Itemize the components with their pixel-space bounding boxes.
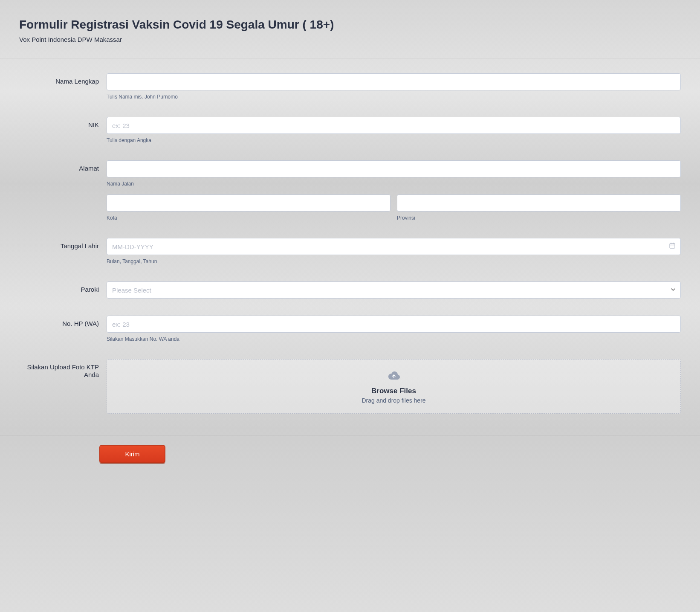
upload-browse-text: Browse Files: [116, 387, 671, 395]
file-upload-area[interactable]: Browse Files Drag and drop files here: [107, 359, 681, 414]
submit-button[interactable]: Kirim: [99, 445, 165, 463]
form-title: Formulir Registrasi Vaksin Covid 19 Sega…: [19, 17, 681, 32]
form-subtitle: Vox Point Indonesia DPW Makassar: [19, 36, 681, 43]
field-row-address: Alamat Nama Jalan Kota Provinsi: [19, 160, 681, 221]
input-phone[interactable]: [107, 316, 681, 333]
field-row-nik: NIK Tulis dengan Angka: [19, 117, 681, 143]
input-nik[interactable]: [107, 117, 681, 134]
cloud-upload-icon: [388, 369, 400, 382]
hint-nik: Tulis dengan Angka: [107, 137, 681, 143]
input-birthdate[interactable]: [107, 238, 681, 255]
label-upload: Silakan Upload Foto KTP Anda: [27, 363, 99, 378]
hint-street: Nama Jalan: [107, 181, 681, 187]
hint-city: Kota: [107, 215, 390, 221]
form-body: Nama Lengkap Tulis Nama mis. John Purnom…: [0, 58, 700, 435]
upload-dnd-text: Drag and drop files here: [116, 397, 671, 404]
label-fullname: Nama Lengkap: [55, 78, 99, 85]
label-birthdate: Tanggal Lahir: [61, 242, 99, 249]
label-nik: NIK: [88, 121, 99, 128]
label-address: Alamat: [79, 165, 99, 172]
field-row-upload: Silakan Upload Foto KTP Anda Browse File…: [19, 359, 681, 414]
label-phone: No. HP (WA): [62, 320, 99, 327]
input-fullname[interactable]: [107, 73, 681, 90]
field-row-fullname: Nama Lengkap Tulis Nama mis. John Purnom…: [19, 73, 681, 100]
field-row-phone: No. HP (WA) Silakan Masukkan No. WA anda: [19, 316, 681, 342]
field-row-birthdate: Tanggal Lahir Bulan, Tanggal, Tahun: [19, 238, 681, 264]
form-header: Formulir Registrasi Vaksin Covid 19 Sega…: [0, 0, 700, 58]
hint-fullname: Tulis Nama mis. John Purnomo: [107, 94, 681, 100]
field-row-paroki: Paroki Please Select: [19, 281, 681, 299]
input-city[interactable]: [107, 194, 390, 212]
input-province[interactable]: [397, 194, 681, 212]
hint-phone: Silakan Masukkan No. WA anda: [107, 336, 681, 342]
input-street[interactable]: [107, 160, 681, 177]
label-paroki: Paroki: [81, 286, 99, 293]
submit-section: Kirim: [0, 435, 700, 478]
select-paroki[interactable]: Please Select: [107, 281, 681, 299]
hint-province: Provinsi: [397, 215, 681, 221]
hint-birthdate: Bulan, Tanggal, Tahun: [107, 258, 681, 264]
